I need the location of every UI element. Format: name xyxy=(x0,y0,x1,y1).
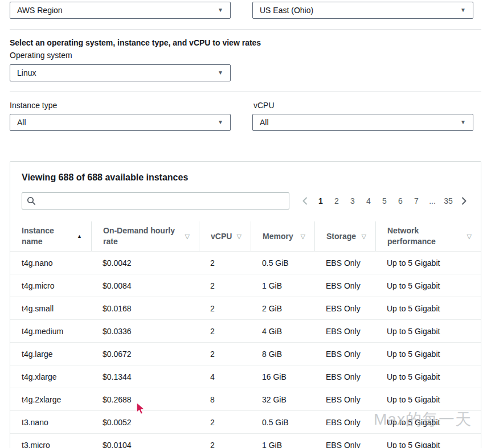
region-select[interactable]: US East (Ohio) ▼ xyxy=(252,2,473,19)
table-toolbar: 1234567...35 xyxy=(10,192,481,209)
table-row: t4g.xlarge$0.1344416 GiBEBS OnlyUp to 5 … xyxy=(10,365,481,388)
pricing-page: AWS Region ▼ US East (Ohio) ▼ Select an … xyxy=(0,0,491,448)
table-cell: Up to 5 Gigabit xyxy=(375,320,481,342)
page-button-6[interactable]: 6 xyxy=(394,194,407,208)
table-cell: t4g.large xyxy=(10,343,91,365)
table-cell: $0.0672 xyxy=(91,343,199,365)
instances-table: Instance name▲On-Demand hourly rate▽vCPU… xyxy=(10,221,481,448)
table-cell: Up to 5 Gigabit xyxy=(375,274,481,297)
page-button-7[interactable]: 7 xyxy=(410,194,423,208)
table-cell: $0.0168 xyxy=(91,297,199,319)
location-type-value: AWS Region xyxy=(17,6,63,15)
table-cell: 2 xyxy=(199,297,251,319)
table-cell: EBS Only xyxy=(314,252,375,274)
table-cell: t3.nano xyxy=(10,411,91,433)
column-label: Network performance xyxy=(387,225,464,247)
table-cell: $0.2688 xyxy=(91,388,199,410)
table-row: t4g.micro$0.008421 GiBEBS OnlyUp to 5 Gi… xyxy=(10,274,481,297)
instances-search-input[interactable] xyxy=(40,194,284,208)
table-cell: 1 GiB xyxy=(251,274,314,297)
table-cell: $0.0042 xyxy=(91,252,199,274)
table-cell: $0.0084 xyxy=(91,274,199,297)
page-button-5[interactable]: 5 xyxy=(378,194,391,208)
page-buttons: 1234567...35 xyxy=(314,194,455,208)
column-header-on-demand-hourly-rate[interactable]: On-Demand hourly rate▽ xyxy=(91,221,199,251)
column-header-storage[interactable]: Storage▽ xyxy=(314,221,375,251)
table-cell: EBS Only xyxy=(314,434,375,448)
chevron-down-icon: ▼ xyxy=(460,7,466,13)
page-button-1[interactable]: 1 xyxy=(314,194,327,208)
table-cell: 32 GiB xyxy=(251,388,314,410)
chevron-right-icon xyxy=(461,197,467,205)
column-header-instance-name[interactable]: Instance name▲ xyxy=(10,221,91,251)
chevron-down-icon: ▼ xyxy=(218,7,223,13)
operating-system-select[interactable]: Linux ▼ xyxy=(10,64,231,81)
table-row: t4g.large$0.067228 GiBEBS OnlyUp to 5 Gi… xyxy=(10,343,481,365)
instance-type-label: Instance type xyxy=(10,101,57,110)
chevron-left-icon xyxy=(302,197,308,205)
sort-icon: ▽ xyxy=(362,231,366,242)
search-icon xyxy=(27,196,36,205)
table-cell: EBS Only xyxy=(314,411,375,433)
page-button-3[interactable]: 3 xyxy=(346,194,359,208)
section-heading: Select an operating system, instance typ… xyxy=(10,38,261,47)
page-button-2[interactable]: 2 xyxy=(330,194,343,208)
table-cell: Up to 5 Gigabit xyxy=(375,434,481,448)
table-cell: $0.0104 xyxy=(91,434,199,448)
operating-system-label: Operating system xyxy=(10,51,72,60)
table-cell: t3.micro xyxy=(10,434,91,448)
next-page-button[interactable] xyxy=(458,194,470,208)
table-cell: EBS Only xyxy=(314,320,375,342)
table-cell: Up to 5 Gigabit xyxy=(375,388,481,410)
table-cell: Up to 5 Gigabit xyxy=(375,343,481,365)
section-divider xyxy=(10,30,481,30)
table-cell: t4g.micro xyxy=(10,274,91,297)
column-header-memory[interactable]: Memory▽ xyxy=(251,221,314,251)
vcpu-value: All xyxy=(260,118,269,127)
vcpu-select[interactable]: All ▼ xyxy=(252,114,473,131)
operating-system-value: Linux xyxy=(17,68,36,77)
page-ellipsis: ... xyxy=(426,194,439,208)
panel-title: Viewing 688 of 688 available instances xyxy=(22,172,469,183)
column-header-vcpu[interactable]: vCPU▽ xyxy=(199,221,251,251)
table-cell: EBS Only xyxy=(314,297,375,319)
chevron-down-icon: ▼ xyxy=(460,120,466,125)
table-cell: t4g.nano xyxy=(10,252,91,274)
table-cell: 4 GiB xyxy=(251,320,314,342)
table-cell: 0.5 GiB xyxy=(251,252,314,274)
table-cell: Up to 5 Gigabit xyxy=(375,252,481,274)
table-cell: $0.1344 xyxy=(91,365,199,388)
column-header-network-performance[interactable]: Network performance▽ xyxy=(375,221,481,251)
table-row: t4g.small$0.016822 GiBEBS OnlyUp to 5 Gi… xyxy=(10,297,481,320)
column-label: Storage xyxy=(326,231,356,242)
table-cell: 2 xyxy=(199,411,251,433)
table-row: t4g.2xlarge$0.2688832 GiBEBS OnlyUp to 5… xyxy=(10,388,481,411)
table-cell: t4g.small xyxy=(10,297,91,319)
table-cell: 16 GiB xyxy=(251,365,314,388)
table-cell: EBS Only xyxy=(314,388,375,410)
page-button-4[interactable]: 4 xyxy=(362,194,375,208)
chevron-down-icon: ▼ xyxy=(218,70,223,76)
table-cell: 2 xyxy=(199,320,251,342)
table-cell: 4 xyxy=(199,365,251,388)
chevron-down-icon: ▼ xyxy=(218,120,223,125)
table-cell: t4g.medium xyxy=(10,320,91,342)
sort-ascending-icon: ▲ xyxy=(77,231,82,242)
sort-icon: ▽ xyxy=(301,231,305,242)
previous-page-button[interactable] xyxy=(298,194,311,208)
instance-type-select[interactable]: All ▼ xyxy=(10,114,231,131)
pagination: 1234567...35 xyxy=(298,194,470,208)
column-label: Memory xyxy=(263,231,293,242)
table-row: t4g.nano$0.004220.5 GiBEBS OnlyUp to 5 G… xyxy=(10,252,481,274)
sort-icon: ▽ xyxy=(185,231,190,242)
location-type-select[interactable]: AWS Region ▼ xyxy=(10,2,231,19)
table-cell: 2 xyxy=(199,252,251,274)
page-button-35[interactable]: 35 xyxy=(442,194,455,208)
table-cell: 2 xyxy=(199,434,251,448)
table-cell: $0.0336 xyxy=(91,320,199,342)
table-cell: Up to 5 Gigabit xyxy=(375,297,481,319)
table-cell: EBS Only xyxy=(314,365,375,388)
instances-search-box[interactable] xyxy=(22,192,289,209)
table-cell: 8 xyxy=(199,388,251,410)
table-cell: EBS Only xyxy=(314,274,375,297)
